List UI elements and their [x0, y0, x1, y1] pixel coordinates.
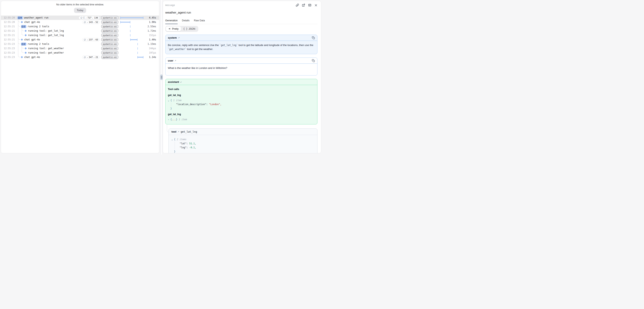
input-tokens-arrow-icon: ↗: [87, 21, 88, 23]
collapse-chevron-icon[interactable]: ⌄: [168, 99, 170, 102]
json-object-line: ⌄{1 item: [168, 98, 315, 102]
token-usage-badge: Σ ↗727 ↙136: [79, 16, 100, 20]
json-kv-line: "lng": -0.1,: [180, 146, 314, 150]
input-tokens: 237: [89, 39, 93, 41]
token-coin-icon: [84, 56, 86, 58]
output-tokens: 63: [96, 39, 98, 41]
timeline-gutter: [120, 16, 144, 20]
span-diamond-icon: [25, 30, 27, 32]
json-object-line: ⌄{2 items: [172, 137, 314, 141]
minus-square-icon: [22, 26, 24, 28]
row-timestamp: 12:55:21: [1, 38, 15, 41]
view-mode-toggle: Pretty { } JSON: [165, 26, 198, 32]
json-children: "location_description": "London",: [171, 102, 315, 106]
pretty-view-option[interactable]: Pretty: [166, 27, 181, 31]
trace-row[interactable]: 12:55:21 running tool: get_lat_lng pydan…: [1, 29, 159, 33]
trace-row[interactable]: 12:55:21 running tool: get_lat_lng pydan…: [1, 33, 159, 38]
direction-arrow-icon: ↙: [180, 81, 182, 83]
scope-tag: pydantic-ai: [101, 16, 118, 20]
json-key: "lng":: [180, 146, 188, 150]
row-timestamp: 12:55:23: [1, 56, 15, 59]
inline-code: `get_lat_lng`: [219, 44, 238, 47]
sparkles-icon: [168, 28, 171, 30]
sigma-total-icon: Σ: [83, 17, 85, 19]
tool-result-wrapper: tool ↗ get_lat_lng ⌄{2 items "lat": 51.1…: [168, 128, 318, 153]
duration-bar: [138, 56, 144, 58]
copy-icon: [312, 36, 315, 39]
input-tokens-arrow-icon: ↗: [87, 56, 88, 58]
trace-timeline-panel: No older items in the selected time wind…: [1, 1, 159, 153]
tab-raw-data[interactable]: Raw Data: [194, 19, 205, 24]
trace-row[interactable]: 12:55:23 running tool: get_weather pydan…: [1, 51, 159, 55]
message-assistant: assistant ↙ Tool calls get_lat_lng ⌄{1 i…: [165, 79, 318, 124]
span-name: running 2 tools: [28, 25, 49, 28]
scope-tag: pydantic-ai: [101, 51, 118, 55]
duration-bar: [130, 34, 130, 37]
tool-name: get_lat_lng: [180, 130, 197, 133]
span-list: 12:55:20 9 weather_agent run Σ ↗727 ↙136…: [1, 16, 159, 59]
json-kv-line: "location_description": "London",: [176, 102, 315, 106]
duration-bar: [138, 47, 138, 50]
direction-arrow-icon: ↗: [178, 131, 179, 133]
span-duration: 152µs: [144, 34, 156, 37]
direction-arrow-icon: ↗: [174, 60, 176, 62]
span-name: chat gpt-4o: [24, 56, 40, 59]
timeline-gutter: [120, 46, 144, 51]
braces-icon: { }: [183, 28, 188, 30]
tool-call-name: get_lat_lng: [168, 113, 315, 116]
json-number-value: -0.1,: [189, 146, 196, 150]
tab-details[interactable]: Details: [182, 19, 190, 24]
no-older-items-notice: No older items in the selected time wind…: [1, 3, 159, 6]
expand-collapse-badge[interactable]: 2: [21, 43, 26, 46]
minus-square-icon: [22, 43, 24, 45]
trace-row[interactable]: 12:55:20 chat gpt-4o ↗143 ↙52 pydantic-a…: [1, 20, 159, 24]
copy-link-icon[interactable]: [296, 4, 299, 7]
json-key: "lat":: [180, 142, 188, 146]
span-diamond-icon: [21, 56, 23, 58]
copy-button[interactable]: [312, 36, 315, 39]
panel-resize-handle[interactable]: [160, 75, 163, 80]
json-string-value: "London",: [209, 102, 221, 106]
item-count: 2 items: [177, 137, 186, 141]
collapsed-ellipsis: ...: [172, 117, 176, 121]
dock-panel-icon[interactable]: [308, 4, 312, 7]
child-count: 2: [24, 25, 25, 28]
tool-call-name: get_lat_lng: [168, 93, 315, 97]
span-name: chat gpt-4o: [24, 38, 40, 41]
json-view-option[interactable]: { } JSON: [181, 27, 198, 31]
trace-row[interactable]: 12:55:21 2 running 2 tools pydantic-ai 2…: [1, 24, 159, 29]
trace-row[interactable]: 12:55:20 9 weather_agent run Σ ↗727 ↙136…: [1, 16, 159, 20]
close-icon[interactable]: [314, 4, 318, 7]
output-tokens: 136: [94, 17, 98, 19]
row-timestamp: 12:55:23: [1, 47, 15, 50]
user-message-text: What is the weather like in London and i…: [166, 64, 317, 75]
today-button[interactable]: Today: [74, 8, 86, 13]
collapse-chevron-icon[interactable]: ⌄: [172, 138, 174, 141]
role-label: tool: [172, 130, 176, 133]
json-children: "lat": 51.1, "lng": -0.1,: [174, 142, 314, 150]
open-in-new-icon[interactable]: [302, 4, 305, 7]
tab-generation[interactable]: Generation: [165, 19, 178, 24]
expand-collapse-badge[interactable]: 2: [21, 25, 26, 28]
span-duration: 4.45s: [144, 16, 156, 19]
row-timestamp: 12:55:20: [1, 16, 15, 19]
trace-row[interactable]: 12:55:21 chat gpt-4o ↗237 ↙63 pydantic-a…: [1, 38, 159, 42]
span-name: chat gpt-4o: [24, 21, 40, 24]
span-name: running 2 tools: [28, 43, 49, 45]
duration-bar: [130, 39, 138, 41]
trace-row[interactable]: 12:55:23 2 running 2 tools pydantic-ai 1…: [1, 42, 159, 46]
expand-chevron-icon[interactable]: ›: [168, 118, 170, 121]
trace-row[interactable]: 12:55:23 chat gpt-4o ↗347 ↙21 pydantic-a…: [1, 55, 159, 59]
expand-collapse-badge[interactable]: 9: [18, 16, 23, 19]
drag-dots-icon: [161, 76, 162, 79]
span-detail-panel: message weather_agent run Generation Det…: [163, 1, 321, 153]
span-duration: 1.14s: [144, 56, 156, 59]
message-system: system ↗ Be concise, reply with one sent…: [165, 35, 318, 54]
duration-bar: [138, 52, 138, 54]
copy-button[interactable]: [312, 59, 315, 62]
output-tokens: 21: [96, 56, 98, 59]
trace-row[interactable]: 12:55:23 running tool: get_weather pydan…: [1, 46, 159, 51]
span-diamond-icon: [21, 39, 23, 41]
item-count: 1 item: [179, 117, 187, 121]
timeline-gutter: [120, 38, 144, 42]
